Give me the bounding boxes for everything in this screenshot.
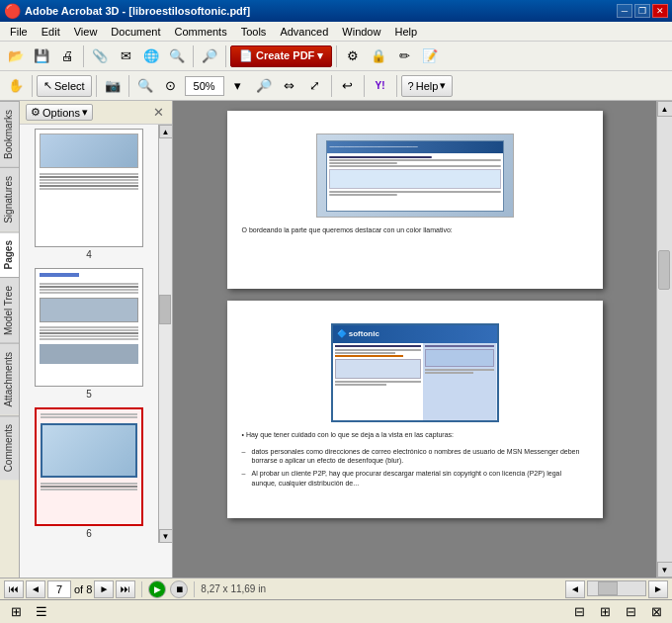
bottom-btn-4[interactable]: ⊞ (593, 600, 617, 624)
panel-close-button[interactable]: ✕ (150, 105, 166, 121)
tb-icon-2[interactable]: 🔒 (367, 44, 390, 68)
stop-button[interactable]: ⏹ (170, 580, 188, 598)
bottom-btn-6[interactable]: ⊠ (644, 600, 668, 624)
thumbnail-page-4[interactable]: 4 (24, 129, 154, 260)
thumb5-header (40, 273, 79, 277)
yahoo-button[interactable]: Y! (369, 74, 392, 98)
menu-edit[interactable]: Edit (36, 24, 66, 40)
tab-pages[interactable]: Pages (0, 231, 19, 277)
menu-help[interactable]: Help (388, 24, 423, 40)
web-button[interactable]: 🌐 (139, 44, 163, 68)
pdf-page-top: ────────────────── (227, 111, 603, 289)
bottom-btn-1[interactable]: ⊞ (4, 600, 28, 624)
tb-icon-3[interactable]: ✏ (392, 44, 416, 68)
menu-file[interactable]: File (4, 24, 34, 40)
tb-icon-4[interactable]: 📝 (418, 44, 442, 68)
menu-bar: File Edit View Document Comments Tools A… (0, 22, 672, 42)
zoom-dropdown-button[interactable]: ▾ (226, 74, 250, 98)
last-page-button[interactable]: ⏭ (116, 580, 135, 598)
options-button[interactable]: ⚙ Options ▾ (26, 104, 93, 121)
create-pdf-button[interactable]: 📄 Create PDF ▾ (230, 45, 332, 67)
t6l4 (41, 486, 137, 488)
thumb5-img (40, 298, 138, 322)
first-page-button[interactable]: ⏮ (4, 580, 24, 598)
pdf-bullet-1: – datos personales como direcciones de c… (242, 447, 588, 467)
bottom-toolbar: ⊞ ☰ ⊟ ⊞ ⊟ ⊠ (0, 599, 672, 623)
tab-comments[interactable]: Comments (0, 415, 19, 480)
email-button[interactable]: ✉ (114, 44, 137, 68)
nav-separator-1 (32, 75, 33, 97)
thumb-scroll-up-button[interactable]: ▲ (159, 125, 173, 138)
hand-tool-button[interactable]: ✋ (4, 74, 28, 98)
t5l6 (40, 329, 138, 331)
search-button[interactable]: 🔍 (165, 44, 189, 68)
menu-window[interactable]: Window (336, 24, 386, 40)
softonic-left-panel (333, 343, 423, 420)
thumb-scroll-thumb[interactable] (159, 295, 171, 324)
restore-button[interactable]: ❐ (634, 4, 650, 18)
zoom-input[interactable] (185, 76, 224, 96)
t6l1 (41, 413, 137, 415)
s-line-2 (335, 349, 421, 351)
pdf-screenshot-top: ────────────────── (316, 134, 514, 218)
screenshot-titlebar: ────────────────── (327, 141, 503, 153)
current-page-input[interactable] (47, 580, 71, 598)
tab-bookmarks[interactable]: Bookmarks (0, 101, 19, 167)
zoom-in-btn2[interactable]: 🔎 (252, 74, 276, 98)
horizontal-scroll-thumb[interactable] (598, 581, 618, 595)
close-button[interactable]: ✕ (652, 4, 668, 18)
menu-comments[interactable]: Comments (169, 24, 233, 40)
fit-page-button[interactable]: ⤢ (303, 74, 327, 98)
tab-attachments[interactable]: Attachments (0, 343, 19, 415)
thumbnail-page-6[interactable]: 6 (24, 407, 154, 539)
actual-size-button[interactable]: ⊙ (159, 74, 183, 98)
fit-width-button[interactable]: ⇔ (278, 74, 301, 98)
page-info: of 8 (47, 580, 92, 598)
rotate-button[interactable]: ↩ (336, 74, 360, 98)
prev-page-button[interactable]: ◄ (26, 580, 45, 598)
bottom-btn-5[interactable]: ⊟ (619, 600, 642, 624)
snapshot-button[interactable]: 📷 (101, 74, 125, 98)
help-button[interactable]: ? Help ▾ (401, 75, 454, 97)
zoom-in-button[interactable]: 🔎 (198, 44, 221, 68)
thumbnail-page-5[interactable]: 5 (24, 268, 154, 400)
menu-document[interactable]: Document (105, 24, 166, 40)
tl4 (40, 182, 138, 184)
select-tool-button[interactable]: ↖ Select (37, 75, 92, 97)
tab-model-tree[interactable]: Model Tree (0, 277, 19, 343)
tb-icon-1[interactable]: ⚙ (341, 44, 365, 68)
horizontal-scroll-controls: ◄ ► (565, 580, 668, 598)
softonic-title-text: 🔷 softonic (337, 328, 379, 339)
scroll-right-button[interactable]: ► (648, 580, 668, 598)
open-button[interactable]: 📂 (4, 44, 28, 68)
thumb-scroll-down-button[interactable]: ▼ (159, 529, 173, 543)
attach-button[interactable]: 📎 (88, 44, 112, 68)
screenshot-content (327, 153, 503, 211)
scroll-up-button[interactable]: ▲ (657, 101, 673, 117)
scroll-down-button[interactable]: ▼ (657, 562, 673, 578)
thumb5-lines (40, 283, 138, 294)
tl6 (40, 188, 138, 190)
app-icon: 🔴 (4, 3, 21, 19)
scroll-thumb[interactable] (658, 250, 670, 290)
zoom-out-button[interactable]: 🔍 (133, 74, 157, 98)
softonic-body (333, 343, 497, 420)
tab-signatures[interactable]: Signatures (0, 167, 19, 231)
horizontal-scroll-track (587, 580, 646, 596)
bottom-btn-2[interactable]: ☰ (30, 600, 53, 624)
menu-view[interactable]: View (68, 24, 104, 40)
t5l7 (40, 332, 138, 334)
play-button[interactable]: ▶ (148, 580, 166, 598)
menu-advanced[interactable]: Advanced (274, 24, 334, 40)
s-line-1 (335, 345, 421, 347)
minimize-button[interactable]: ─ (617, 4, 632, 18)
print-button[interactable]: 🖨 (55, 44, 79, 68)
sr-img (425, 349, 495, 367)
thumbnail-scroll-area: 4 (20, 125, 172, 543)
next-page-button[interactable]: ► (94, 580, 114, 598)
bottom-btn-3[interactable]: ⊟ (567, 600, 591, 624)
scroll-left-button[interactable]: ◄ (565, 580, 585, 598)
menu-tools[interactable]: Tools (235, 24, 273, 40)
save-button[interactable]: 💾 (30, 44, 53, 68)
status-separator-2 (194, 581, 195, 597)
